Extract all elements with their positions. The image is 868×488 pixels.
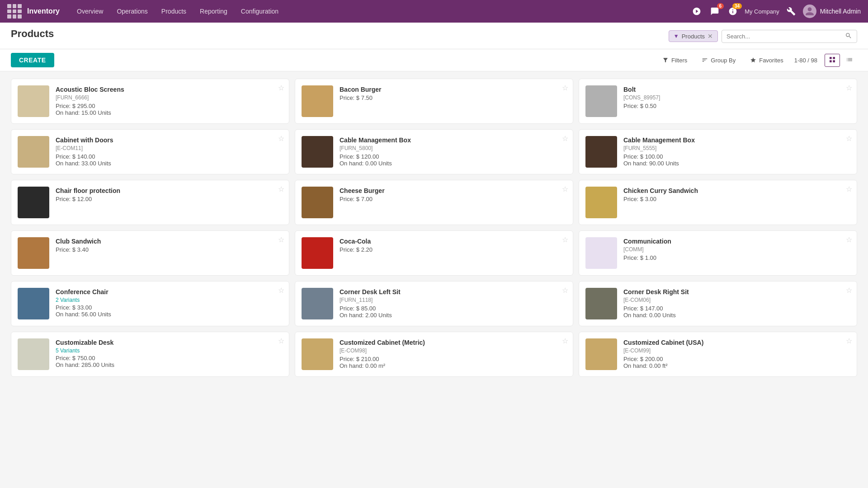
activity-icon[interactable] (690, 5, 703, 18)
favorite-star-button[interactable]: ☆ (846, 235, 852, 244)
product-ref: [E-COM06] (623, 297, 850, 303)
product-price: Price: $ 100.00 (623, 153, 850, 160)
nav-products[interactable]: Products (155, 4, 193, 19)
favorite-star-button[interactable]: ☆ (562, 337, 568, 345)
kanban-view-button[interactable] (825, 54, 840, 67)
user-menu[interactable]: Mitchell Admin (803, 5, 861, 18)
favorite-star-button[interactable]: ☆ (562, 235, 568, 244)
product-image (585, 338, 617, 370)
favorites-button[interactable]: Favorites (746, 55, 787, 66)
product-card[interactable]: Customizable Desk5 VariantsPrice: $ 750.… (11, 332, 289, 377)
favorite-star-button[interactable]: ☆ (278, 185, 284, 193)
product-image (302, 237, 333, 269)
favorite-star-button[interactable]: ☆ (846, 286, 852, 295)
product-price: Price: $ 3.40 (56, 246, 283, 253)
favorite-star-button[interactable]: ☆ (846, 84, 852, 92)
favorite-star-button[interactable]: ☆ (846, 134, 852, 143)
search-icon[interactable] (845, 32, 852, 41)
favorite-star-button[interactable]: ☆ (278, 337, 284, 345)
favorite-star-button[interactable]: ☆ (278, 235, 284, 244)
product-card[interactable]: Conference Chair2 VariantsPrice: $ 33.00… (11, 281, 289, 326)
product-card[interactable]: Customized Cabinet (USA)[E-COM99]Price: … (579, 332, 857, 377)
product-name: Conference Chair (56, 288, 283, 296)
product-price: Price: $ 210.00 (340, 356, 566, 362)
product-card[interactable]: Bacon BurgerPrice: $ 7.50☆ (295, 79, 573, 124)
product-price: Price: $ 12.00 (56, 196, 283, 202)
second-toolbar: CREATE Filters Group By Favorites 1-80 /… (0, 49, 868, 71)
favorite-star-button[interactable]: ☆ (846, 337, 852, 345)
product-onhand: On hand: 56.00 Units (56, 311, 283, 318)
active-filter-tag[interactable]: ▼ Products ✕ (669, 30, 718, 42)
product-card[interactable]: Cheese BurgerPrice: $ 7.00☆ (295, 180, 573, 225)
product-image (18, 237, 49, 269)
product-name: Cable Management Box (340, 136, 566, 144)
page-header: Products ▼ Products ✕ (0, 23, 868, 49)
product-card[interactable]: Coca-ColaPrice: $ 2.20☆ (295, 230, 573, 276)
filter-tag-close[interactable]: ✕ (708, 33, 713, 40)
app-brand[interactable]: Inventory (27, 7, 60, 15)
product-variants: 2 Variants (56, 297, 283, 303)
product-name: Communication (623, 237, 850, 245)
product-name: Customizable Desk (56, 338, 283, 347)
product-ref: [CONS_89957] (623, 94, 850, 101)
favorite-star-button[interactable]: ☆ (278, 134, 284, 143)
product-card[interactable]: Corner Desk Left Sit[FURN_1118]Price: $ … (295, 281, 573, 326)
product-card[interactable]: Bolt[CONS_89957]Price: $ 0.50☆ (579, 79, 857, 124)
nav-configuration[interactable]: Configuration (235, 4, 285, 19)
user-name: Mitchell Admin (820, 8, 861, 15)
filter-tag-label: Products (682, 33, 705, 40)
product-name: Cable Management Box (623, 136, 850, 144)
nav-overview[interactable]: Overview (71, 4, 109, 19)
products-container: Acoustic Bloc Screens[FURN_6666]Price: $… (0, 71, 868, 384)
search-input[interactable] (726, 33, 845, 40)
search-bar (722, 30, 857, 43)
product-card[interactable]: Chicken Curry SandwichPrice: $ 3.00☆ (579, 180, 857, 225)
product-card[interactable]: Acoustic Bloc Screens[FURN_6666]Price: $… (11, 79, 289, 124)
updates-icon[interactable]: 34 (726, 5, 739, 18)
product-price: Price: $ 7.50 (340, 94, 566, 101)
product-card[interactable]: Corner Desk Right Sit[E-COM06]Price: $ 1… (579, 281, 857, 326)
list-view-button[interactable] (842, 54, 857, 67)
product-onhand: On hand: 15.00 Units (56, 109, 283, 116)
top-navigation: Inventory Overview Operations Products R… (0, 0, 868, 23)
product-card[interactable]: Chair floor protectionPrice: $ 12.00☆ (11, 180, 289, 225)
app-grid-icon[interactable] (7, 4, 22, 19)
product-name: Corner Desk Left Sit (340, 288, 566, 296)
product-ref: [FURN_6666] (56, 94, 283, 101)
favorite-star-button[interactable]: ☆ (562, 134, 568, 143)
product-card[interactable]: Cabinet with Doors[E-COM11]Price: $ 140.… (11, 129, 289, 174)
product-card[interactable]: Customized Cabinet (Metric)[E-COM98]Pric… (295, 332, 573, 377)
product-name: Chair floor protection (56, 187, 283, 195)
product-image (302, 136, 333, 168)
nav-operations[interactable]: Operations (110, 4, 154, 19)
product-price: Price: $ 295.00 (56, 103, 283, 109)
company-name[interactable]: My Company (745, 8, 779, 15)
filters-button[interactable]: Filters (659, 55, 691, 66)
product-onhand: On hand: 90.00 Units (623, 160, 850, 167)
product-onhand: On hand: 0.00 Units (623, 312, 850, 319)
product-card[interactable]: Cable Management Box[FURN_5555]Price: $ … (579, 129, 857, 174)
product-name: Bolt (623, 85, 850, 94)
favorite-star-button[interactable]: ☆ (562, 185, 568, 193)
product-price: Price: $ 3.00 (623, 196, 850, 202)
product-card[interactable]: Club SandwichPrice: $ 3.40☆ (11, 230, 289, 276)
settings-icon[interactable] (785, 5, 797, 18)
product-ref: [E-COM98] (340, 347, 566, 354)
product-image (302, 288, 333, 319)
favorite-star-button[interactable]: ☆ (562, 84, 568, 92)
product-price: Price: $ 0.50 (623, 103, 850, 109)
product-card[interactable]: Communication[COMM]Price: $ 1.00☆ (579, 230, 857, 276)
favorite-star-button[interactable]: ☆ (562, 286, 568, 295)
product-name: Bacon Burger (340, 85, 566, 94)
product-price: Price: $ 1.00 (623, 254, 850, 261)
favorite-star-button[interactable]: ☆ (278, 84, 284, 92)
nav-reporting[interactable]: Reporting (193, 4, 234, 19)
product-image (18, 288, 49, 319)
product-name: Coca-Cola (340, 237, 566, 245)
groupby-button[interactable]: Group By (698, 55, 739, 66)
create-button[interactable]: CREATE (11, 53, 54, 67)
chat-icon[interactable]: 6 (708, 5, 721, 18)
favorite-star-button[interactable]: ☆ (278, 286, 284, 295)
product-card[interactable]: Cable Management Box[FURN_5800]Price: $ … (295, 129, 573, 174)
favorite-star-button[interactable]: ☆ (846, 185, 852, 193)
